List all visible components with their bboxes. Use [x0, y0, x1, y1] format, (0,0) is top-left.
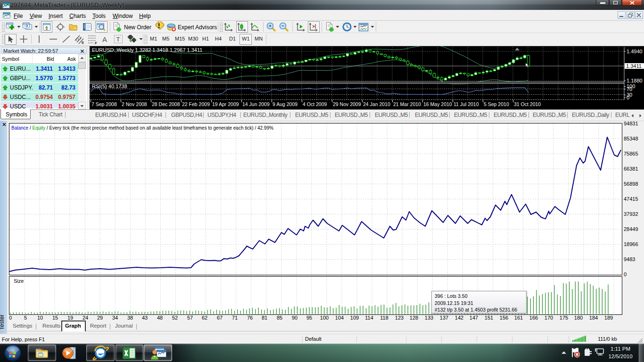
svg-text:1.3411: 1.3411 [626, 63, 642, 69]
svg-text:2 Nov 2008: 2 Nov 2008 [122, 101, 147, 107]
svg-text:1.1880: 1.1880 [627, 78, 643, 83]
svg-text:28 Dec 2008: 28 Dec 2008 [152, 101, 180, 107]
svg-text:16 May 2010: 16 May 2010 [423, 101, 452, 107]
svg-text:F: F [95, 41, 97, 44]
svg-text:7 Sep 2008: 7 Sep 2008 [91, 101, 117, 107]
svg-text:11 Jul 2010: 11 Jul 2010 [454, 101, 479, 107]
svg-text:0: 0 [627, 95, 629, 100]
svg-text:21 Mar 2010: 21 Mar 2010 [393, 101, 421, 107]
svg-text:19 Apr 2009: 19 Apr 2009 [212, 101, 239, 107]
svg-text:1.4940: 1.4940 [627, 49, 643, 54]
svg-text:14 Jun 2009: 14 Jun 2009 [242, 101, 270, 107]
svg-text:70: 70 [627, 86, 632, 92]
svg-text:31 Oct 2010: 31 Oct 2010 [514, 101, 541, 107]
svg-text:22 Feb 2009: 22 Feb 2009 [182, 101, 210, 107]
svg-text:24 Jan 2010: 24 Jan 2010 [363, 101, 390, 107]
svg-text:5 Sep 2010: 5 Sep 2010 [484, 101, 509, 107]
svg-text:RSI(5) 40.1738: RSI(5) 40.1738 [92, 83, 127, 89]
svg-text:9 Aug 2009: 9 Aug 2009 [272, 101, 297, 107]
svg-text:E: E [82, 41, 84, 44]
svg-text:T: T [116, 36, 120, 43]
svg-text:EURUSD.,Weekly 1.3282 1.3418: EURUSD.,Weekly 1.3282 1.3418 1.2967 1.34… [92, 47, 202, 53]
svg-text:29 Nov 2009: 29 Nov 2009 [333, 101, 361, 107]
svg-text:4 Oct 2009: 4 Oct 2009 [303, 101, 327, 107]
